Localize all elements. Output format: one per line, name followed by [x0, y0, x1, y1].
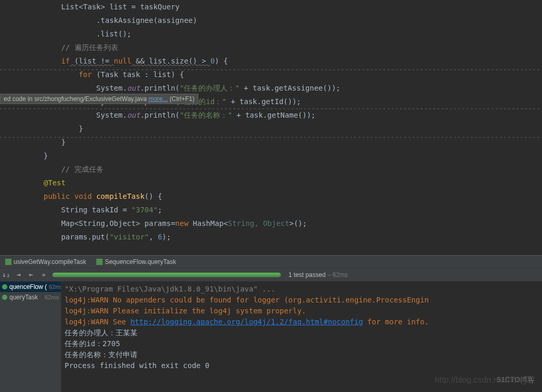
console-line: log4j:WARN See http://logging.apache.org…	[65, 317, 539, 327]
run-panel-tabs: usiveGetWay.compileTask SequenceFlow.que…	[0, 255, 542, 268]
tree-node-sequenceflow[interactable]: quenceFlow (62ms	[0, 282, 61, 292]
console-line: Process finished with exit code 0	[65, 360, 539, 371]
inspection-tooltip: ed code in src/zhongfucheng/ExclusiveGet…	[0, 94, 198, 104]
collapse-icon[interactable]: ⇥	[15, 271, 23, 279]
ok-icon	[2, 284, 7, 289]
code-warning-wavy	[0, 108, 542, 109]
run-tab-compiletask[interactable]: usiveGetWay.compileTask	[0, 257, 91, 267]
code-line: System.out.println("任务的名称：" + task.getNa…	[0, 108, 542, 122]
run-tab-querytask[interactable]: SequenceFlow.queryTask	[91, 257, 181, 267]
code-line: List<Task> list = taskQuery	[0, 0, 542, 14]
console-line: "X:\Program Files\Java\jdk1.8.0_91\bin\j…	[65, 284, 539, 295]
console-line: 任务的id：2705	[65, 338, 539, 349]
more-icon[interactable]: »	[40, 271, 48, 279]
test-progress-bar	[52, 272, 281, 277]
test-config-icon	[96, 259, 103, 265]
sort-icon[interactable]: ↓₂	[2, 271, 10, 279]
code-editor[interactable]: List<Task> list = taskQuery .taskAssigne…	[0, 0, 542, 255]
code-line: }	[0, 122, 542, 135]
test-toolbar: ↓₂ ⇥ ⇤ » 1 test passed – 62ms	[0, 268, 542, 281]
code-line: if (list != null && list.size() > 0) {	[0, 54, 542, 68]
code-line: params.put("visitor", 6);	[0, 230, 542, 244]
code-line: .taskAssignee(assignee)	[0, 14, 542, 27]
test-status-text: 1 test passed – 62ms	[285, 271, 348, 279]
tooltip-more-link[interactable]: more...	[148, 95, 168, 103]
code-line: // 完成任务	[0, 162, 542, 176]
code-line: .list();	[0, 27, 542, 41]
watermark-51cto: 51CTO博客	[497, 375, 535, 385]
console-link[interactable]: http://logging.apache.org/log4j/1.2/faq.…	[130, 318, 363, 326]
code-warning-wavy	[0, 137, 542, 138]
tree-node-querytask[interactable]: queryTask62ms	[0, 292, 61, 302]
test-config-icon	[5, 259, 11, 265]
console-line: log4j:WARN No appenders could be found f…	[65, 295, 539, 306]
code-line: Map<String,Object> params=new HashMap<St…	[0, 217, 542, 230]
ok-icon	[2, 295, 7, 300]
code-line: public void compileTask() {	[0, 189, 542, 203]
console-line: log4j:WARN Please initialize the log4j s…	[65, 306, 539, 317]
code-line: // 遍历任务列表	[0, 41, 542, 54]
expand-icon[interactable]: ⇤	[27, 271, 35, 279]
code-warning-wavy	[0, 69, 542, 70]
code-line: @Test	[0, 176, 542, 189]
code-line: System.out.println("任务的办理人：" + task.getA…	[0, 81, 542, 95]
console-line: 任务的名称：支付申请	[65, 349, 539, 360]
code-line: String taskId = "3704";	[0, 203, 542, 217]
console-line: 任务的办理人：王某某	[65, 327, 539, 338]
test-tree[interactable]: quenceFlow (62ms queryTask62ms	[0, 282, 61, 392]
code-line: }	[0, 149, 542, 162]
